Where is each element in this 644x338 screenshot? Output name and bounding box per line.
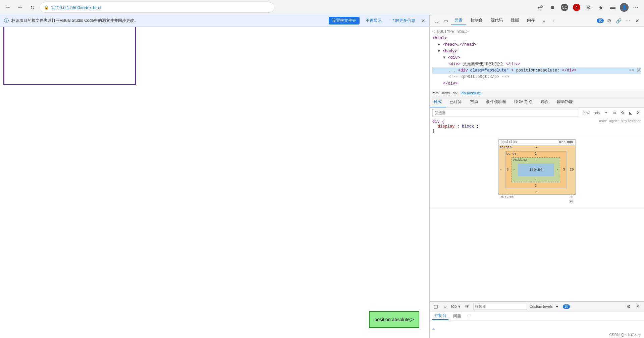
computed-view-icon[interactable]: ▭ bbox=[611, 110, 617, 116]
dom-line-absolute-div[interactable]: ... <div class="absolute" > position:abs… bbox=[432, 67, 641, 74]
subtab-event[interactable]: 事件侦听器 bbox=[482, 97, 510, 107]
expand-style-icon[interactable]: ◣ bbox=[627, 110, 633, 116]
info-bar-close-button[interactable]: ✕ bbox=[421, 18, 425, 23]
style-selector: div { bbox=[432, 119, 444, 124]
styles-panel: 样式 已计算 布局 事件侦听器 DOM 断点 属性 辅助功能 :hov .cls… bbox=[430, 97, 644, 301]
console-close-icon[interactable]: ✕ bbox=[635, 303, 641, 310]
styles-filter-bar: :hov .cls + ▭ ⟲ ◣ ✕ bbox=[430, 108, 644, 118]
tab-memory[interactable]: 内存 bbox=[524, 16, 538, 25]
absolute-div: position:absolute;> bbox=[369, 311, 419, 328]
set-root-button[interactable]: 设置根文件夹 bbox=[329, 17, 360, 25]
add-style-button[interactable]: + bbox=[603, 110, 609, 116]
devtools-link-icon[interactable]: 🔗 bbox=[614, 17, 623, 25]
devtools-more-icon[interactable]: ⋯ bbox=[624, 17, 632, 25]
hov-button[interactable]: :hov bbox=[581, 110, 591, 115]
bm-margin-left: - bbox=[499, 167, 503, 172]
address-bar[interactable]: 🔒 127.0.0.1:5500/index.html bbox=[40, 2, 274, 13]
bm-content-val: 150×50 bbox=[529, 168, 543, 172]
tab-icon[interactable]: ▬ bbox=[608, 2, 618, 12]
avatar[interactable]: 👤 bbox=[620, 3, 629, 12]
console-levels-dropdown[interactable]: ▼ bbox=[555, 305, 559, 308]
refresh-button[interactable]: ↻ bbox=[28, 3, 37, 12]
console-top-dropdown[interactable]: ▼ bbox=[458, 304, 461, 308]
console-eye-icon[interactable]: 👁 bbox=[464, 303, 471, 310]
csdn-icon[interactable]: C bbox=[572, 2, 582, 12]
style-prop: display bbox=[438, 124, 454, 129]
csdn-watermark: CSDN @~山有木兮 bbox=[609, 332, 641, 337]
tab-performance[interactable]: 性能 bbox=[507, 16, 522, 25]
subtab-accessibility[interactable]: 辅助功能 bbox=[553, 97, 577, 107]
forward-button[interactable]: → bbox=[15, 3, 25, 12]
devtools-device-icon[interactable]: ▭ bbox=[442, 17, 450, 25]
dom-line-div[interactable]: ▼ <div> bbox=[432, 55, 641, 61]
main-container: ⓘ 标识项目的根文件夹以打开Visual Studio Code中的源文件并同步… bbox=[0, 15, 644, 338]
browser-chrome: ← → ↻ 🔒 127.0.0.1:5500/index.html ☍ ■ CC… bbox=[0, 0, 644, 15]
breadcrumb-div-absolute[interactable]: div.absolute bbox=[460, 91, 482, 95]
bm-margin-layer: margin - - border 3 3 bbox=[498, 145, 576, 195]
style-source: user agent stylesheet bbox=[599, 119, 641, 123]
devtools-toolbar-right: 10 ⚙ 🔗 ⋯ ✕ bbox=[597, 17, 641, 25]
console-settings-icon[interactable]: ⚙ bbox=[625, 303, 632, 310]
back-button[interactable]: ← bbox=[3, 3, 13, 12]
subtab-computed[interactable]: 已计算 bbox=[446, 97, 466, 107]
subtab-layout[interactable]: 布局 bbox=[466, 97, 482, 107]
dom-line-div-close: </div> bbox=[432, 81, 641, 87]
bm-margin-right: 20 bbox=[568, 167, 575, 172]
console-no-icon[interactable]: ○ bbox=[442, 303, 448, 310]
breadcrumb-div[interactable]: div bbox=[453, 91, 458, 95]
breadcrumb-body[interactable]: body bbox=[442, 91, 450, 95]
bm-content-box: 150×50 bbox=[518, 163, 554, 176]
subtab-properties[interactable]: 属性 bbox=[537, 97, 553, 107]
tab-sources[interactable]: 源代码 bbox=[487, 16, 506, 25]
devtools-inspect-icon[interactable]: ◡ bbox=[432, 17, 440, 25]
bm-outer-right: 20 bbox=[569, 195, 573, 199]
cls-button[interactable]: .cls bbox=[593, 110, 601, 115]
info-bar-text: 标识项目的根文件夹以打开Visual Studio Code中的源文件并同步更改… bbox=[11, 18, 326, 23]
bm-border-label: border bbox=[506, 152, 519, 156]
dom-line-div-text[interactable]: <div> 父元素未使用绝对定位 </div> bbox=[432, 61, 641, 67]
subtab-dom-breakpoints[interactable]: DOM 断点 bbox=[510, 97, 537, 107]
devtools-gear-icon[interactable]: ⚙ bbox=[605, 17, 613, 25]
no-show-button[interactable]: 不再显示 bbox=[362, 17, 385, 25]
learn-more-button[interactable]: 了解更多信息 bbox=[388, 17, 419, 25]
console-clear-icon[interactable]: ▢ bbox=[432, 303, 439, 310]
close-style-icon[interactable]: ✕ bbox=[635, 110, 641, 116]
devtools-close-icon[interactable]: ✕ bbox=[633, 17, 641, 25]
browser-toolbar: ← → ↻ 🔒 127.0.0.1:5500/index.html ☍ ■ CC… bbox=[0, 0, 644, 15]
refresh-style-icon[interactable]: ⟲ bbox=[619, 110, 625, 116]
dom-line-body[interactable]: ▼ <body> bbox=[432, 48, 641, 55]
dom-line-head[interactable]: ▶ <head>…</head> bbox=[432, 42, 641, 48]
breadcrumb-html[interactable]: html bbox=[432, 91, 439, 95]
console-top-text: top bbox=[451, 304, 457, 309]
url-text: 127.0.0.1:5500/index.html bbox=[51, 5, 270, 10]
bm-border-row: 3 padding - - bbox=[505, 156, 567, 184]
settings-icon[interactable]: ⚙ bbox=[584, 2, 594, 12]
tab-console[interactable]: 控制台 bbox=[467, 16, 486, 25]
console-toolbar: ▢ ○ top ▼ 👁 Custom levels ▼ 10 ⚙ ✕ bbox=[430, 302, 644, 311]
subtab-styles[interactable]: 样式 bbox=[430, 97, 446, 107]
console-tabs: 控制台 问题 + bbox=[430, 311, 644, 321]
more-icon[interactable]: ⋯ bbox=[631, 2, 641, 12]
translate-icon[interactable]: ☍ bbox=[535, 2, 545, 12]
bookmark-icon[interactable]: ★ bbox=[596, 2, 606, 12]
tab-elements[interactable]: 元素 bbox=[451, 16, 466, 25]
styles-filter-input[interactable] bbox=[432, 109, 579, 116]
dom-line-html[interactable]: <html> bbox=[432, 35, 641, 42]
console-tab-issues[interactable]: 问题 bbox=[451, 312, 463, 320]
style-val: block bbox=[462, 124, 474, 129]
bm-border-bottom: 3 bbox=[505, 184, 567, 188]
bm-position-num: 677.600 bbox=[559, 140, 573, 144]
console-tab-console[interactable]: 控制台 bbox=[432, 312, 448, 320]
bm-padding-layer: padding - - 150×50 - bbox=[512, 157, 560, 182]
bm-padding-bottom: - bbox=[512, 178, 560, 182]
console-tab-add[interactable]: + bbox=[466, 312, 472, 320]
bm-padding-right: - bbox=[555, 167, 560, 172]
extension-icon[interactable]: ■ bbox=[547, 2, 557, 12]
profile-icon-btn[interactable]: CC bbox=[559, 2, 570, 12]
lock-icon: 🔒 bbox=[44, 5, 49, 10]
console-filter-input[interactable] bbox=[473, 303, 527, 310]
tab-more-icon[interactable]: » bbox=[540, 17, 548, 25]
console-prompt: > bbox=[432, 327, 435, 332]
bm-margin-label: margin bbox=[500, 146, 512, 149]
tab-add-icon[interactable]: + bbox=[549, 17, 557, 25]
